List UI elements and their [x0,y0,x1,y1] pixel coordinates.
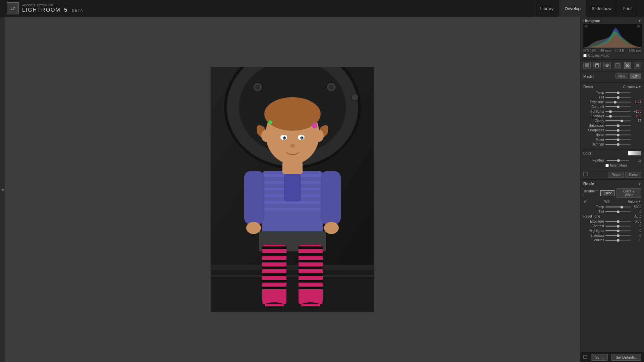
color-row: Color [583,151,641,156]
svg-rect-26 [262,246,286,249]
basic-section-arrow[interactable]: ▼ [638,182,641,186]
feather-row: Feather 52 [583,159,641,162]
edit-mode-icon [583,172,588,178]
svg-point-23 [324,222,339,234]
noise-label: Noise [583,133,604,137]
basic-tint-slider[interactable] [605,211,631,212]
close-button[interactable]: Close [625,172,641,178]
nav-develop[interactable]: Develop [559,0,586,17]
basic-shadows-slider[interactable] [605,235,631,236]
bw-treatment-button[interactable]: Black & White [616,188,641,198]
sync-button[interactable]: Sync [591,354,607,361]
temp-slider[interactable] [605,92,631,93]
svg-rect-21 [321,171,341,225]
exposure-slider[interactable] [605,102,631,103]
crop-tool-icon[interactable] [593,62,601,69]
set-default-button[interactable]: Set Default... [611,354,641,361]
graduated-filter-icon[interactable] [634,62,641,69]
original-photo-label: Original Photo [588,54,609,57]
mask-edit-button[interactable]: Edit [630,73,641,79]
custom-label: Custom [623,85,635,89]
adjustment-brush-icon[interactable] [624,62,631,69]
mask-row: Mask : New Edit [583,73,641,79]
contrast-slider[interactable] [605,106,631,107]
basic-highlights-row: Highlights 0 [583,229,641,233]
reset-tone-label[interactable]: Reset Tone [583,215,600,218]
basic-whites-slider[interactable] [605,240,631,241]
invert-mask-row: Invert Mask [583,164,641,167]
invert-mask-checkbox[interactable] [605,164,609,167]
color-section: Color [581,149,644,157]
shadows-slider-row: Shadows −100 [583,114,641,118]
svg-rect-30 [262,273,286,276]
local-adjustments-section: Reset Custom ▲▼ Temp Tint [581,83,644,149]
left-panel-toggle[interactable]: ◀ [1,188,4,191]
reset-label[interactable]: Reset [583,85,593,89]
nav-library[interactable]: Library [535,0,559,17]
feather-section: Feather 52 Invert Mask [581,157,644,170]
reset-button[interactable]: Reset [608,172,624,178]
temp-label: Temp [583,91,604,95]
histogram-arrow[interactable]: ▼ [638,19,641,23]
basic-highlights-slider[interactable] [605,230,631,231]
svg-rect-78 [584,355,587,359]
spot-heal-tool-icon[interactable] [603,62,611,69]
defringe-slider[interactable] [605,144,631,145]
svg-rect-64 [585,66,587,67]
nav-print[interactable]: Print [617,0,637,17]
basic-header: Basic ▼ [583,182,641,186]
wb-label: WB : [604,200,611,203]
svg-rect-62 [585,64,587,65]
nav-slideshow[interactable]: Slideshow [586,0,617,17]
svg-rect-28 [262,260,286,262]
basic-contrast-slider[interactable] [605,226,631,227]
main-content: ◀ [0,17,644,362]
svg-rect-39 [299,280,323,283]
topbar: Lr ADOBE PHOTOSHOP LIGHTROOM 5 BETA Libr… [0,0,644,17]
highlights-slider[interactable] [605,111,631,112]
sharpness-slider[interactable] [605,130,631,131]
svg-rect-60 [637,25,640,27]
svg-point-56 [290,144,295,148]
grid-tool-icon[interactable] [583,62,591,69]
basic-temp-slider[interactable] [605,206,631,207]
noise-slider[interactable] [605,134,631,135]
main-photo [211,67,374,312]
bottom-bar: Sync Set Default... [581,352,644,362]
reset-row: Reset Custom ▲▼ [583,85,641,89]
saturation-slider[interactable] [605,125,631,126]
eyedropper-icon[interactable]: 🖋 [583,199,588,204]
color-label: Color [583,152,591,155]
moire-slider[interactable] [605,139,631,140]
mask-buttons: New Edit [615,73,641,79]
exposure-label: Exposure [583,100,604,104]
svg-point-58 [314,130,324,142]
wb-arrow[interactable]: ▲▼ [635,200,641,203]
basic-whites-row: Whites 0 [583,238,641,242]
shadows-slider[interactable] [605,116,631,117]
tint-slider[interactable] [605,97,631,98]
basic-exposure-slider[interactable] [605,221,631,222]
svg-rect-34 [299,246,323,249]
color-treatment-button[interactable]: Color [600,190,614,196]
clarity-value: 17 [632,119,641,123]
mask-new-button[interactable]: New [615,73,628,79]
svg-rect-31 [262,280,286,283]
basic-tint-label: Tint [583,210,604,214]
temp-slider-row: Temp [583,91,641,95]
auto-tone-label[interactable]: Auto [634,215,641,218]
color-swatch[interactable] [628,151,641,156]
feather-slider[interactable] [607,160,629,161]
original-photo-checkbox[interactable] [583,54,587,57]
redeye-tool-icon[interactable] [614,62,621,69]
svg-point-48 [312,123,317,128]
clarity-slider[interactable] [605,120,631,121]
adobe-label: ADOBE PHOTOSHOP [22,4,83,7]
custom-arrow[interactable]: ▲▼ [635,85,641,88]
bottom-left-icon [583,355,587,360]
exposure-slider-row: Exposure −1.24 [583,100,641,104]
svg-rect-19 [284,174,301,201]
mask-section: Mask : New Edit [581,71,644,83]
svg-rect-77 [584,172,588,176]
svg-rect-17 [262,201,323,204]
